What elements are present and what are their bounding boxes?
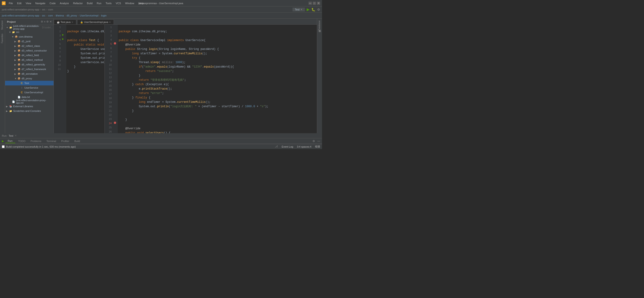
status-bar: Build completed successfully in 1 sec, 6… — [0, 144, 322, 149]
breadcrumb-userserviceimpl[interactable]: UserServiceImpl — [80, 14, 98, 17]
breadcrumb-itheima[interactable]: itheima — [56, 14, 64, 17]
right-editor-content[interactable]: package com.itheima.d9_proxy; public cla… — [118, 25, 317, 133]
tree-item-iml[interactable]: 📄 junit-reflect-annotation-proxy-app.iml — [5, 99, 54, 104]
favorites-panel-label[interactable]: Favorites — [0, 32, 5, 45]
menu-edit[interactable]: Edit — [15, 2, 24, 5]
tree-item-d3[interactable]: ▶ 📦 d3_reflect_constructor — [5, 48, 54, 53]
tree-item-d8[interactable]: ▶ 📦 d8_annotation — [5, 72, 54, 76]
menu-navigate[interactable]: Navigate — [34, 2, 47, 5]
tab-userserviceimpl[interactable]: 🔒 UserServiceImpl.java ✕ — [77, 20, 114, 24]
tree-item-d6[interactable]: ▶ 📦 d6_reflect_genericity — [5, 62, 54, 67]
left-editor-content[interactable]: package com.itheima.d9_proxy; public cla… — [66, 25, 104, 133]
tree-item-d1junit[interactable]: ▶ 📦 d1_junit — [5, 39, 54, 44]
tree-label: junit-reflect-annotation-proxy-app — [13, 25, 41, 30]
tab-problems[interactable]: Problems — [28, 139, 44, 143]
menu-window[interactable]: Window — [123, 2, 136, 5]
tree-item-extlibs[interactable]: ▶ 📚 External Libraries — [5, 104, 54, 109]
menu-build[interactable]: Build — [85, 2, 94, 5]
tab-terminal[interactable]: Terminal — [44, 139, 58, 143]
tree-label: External Libraries — [13, 105, 33, 108]
sidebar-collapse-icon[interactable]: ≡ — [44, 20, 46, 23]
tree-item-userserviceimpl[interactable]: C UserServiceImpl — [5, 90, 54, 95]
tree-label: d2_reflect_class — [22, 45, 40, 47]
tab-profiler[interactable]: Profiler — [59, 139, 72, 143]
tree-item-userservice[interactable]: I UserService — [5, 85, 54, 90]
tree-item-d7[interactable]: ▶ 📦 d7_reflect_framework — [5, 67, 54, 72]
tree-item-d5[interactable]: ▶ 📦 d5_reflect_method — [5, 58, 54, 62]
bottom-tabs: ▶ Run: TODO Problems Terminal Profiler B… — [0, 138, 322, 144]
breadcrumb-login[interactable]: login — [101, 14, 106, 17]
com-indicator: com — [48, 8, 53, 11]
tree-arrow: ▶ — [6, 105, 9, 108]
sidebar-gear-icon[interactable]: ⚙ — [46, 20, 49, 23]
tree-arrow: ▶ — [14, 50, 17, 52]
tree-label: d1_junit — [22, 40, 30, 43]
database-panel-label[interactable]: Database — [317, 19, 322, 32]
run-button[interactable]: ▶ — [307, 7, 310, 12]
link-label[interactable]: 链接 — [317, 32, 322, 36]
tree-item-com-itheima[interactable]: ▼ 📦 com.itheima — [5, 34, 54, 39]
auto-build-checkbox[interactable] — [2, 145, 5, 148]
tree-label: Test — [24, 82, 29, 85]
menu-refactor[interactable]: Refactor — [71, 2, 84, 5]
tree-item-d9[interactable]: ▼ 📦 d9_proxy — [5, 76, 54, 81]
tree-label: d9_proxy — [22, 77, 32, 80]
debug-button[interactable]: 🐛 — [311, 8, 315, 11]
event-log-label[interactable]: Event Log — [282, 145, 293, 148]
tab-todo[interactable]: TODO — [16, 139, 28, 143]
sidebar-title: Project — [7, 21, 16, 23]
tree-item-test[interactable]: C Test — [5, 81, 54, 85]
build-button[interactable]: ⚙ — [317, 8, 320, 11]
run-arrow: ▶ — [62, 34, 64, 36]
breadcrumb-app[interactable]: junit-reflect-annotation-proxy-app — [2, 14, 39, 17]
menu-run[interactable]: Run — [95, 2, 103, 5]
breakpoint2[interactable] — [114, 122, 116, 124]
run-bar: Run: Test ✕ — [0, 133, 322, 138]
left-editor-pane: 1 2 3 4 5 6 7 8 9 10 11 ▶ ▶ — [54, 25, 105, 133]
run-config-name: Test — [8, 134, 13, 137]
tree-item-root[interactable]: ▼ 📁 junit-reflect-annotation-proxy-app D… — [5, 25, 54, 30]
git-icon: ⎇ — [275, 145, 278, 148]
tree-arrow: ▶ — [14, 73, 17, 75]
encoding-label: 链接 — [315, 145, 320, 148]
line-num: 11 — [54, 67, 61, 71]
java-class-icon: C — [20, 81, 24, 85]
breadcrumb-src[interactable]: src — [42, 14, 46, 17]
menu-tools[interactable]: Tools — [104, 2, 113, 5]
minimize-button[interactable]: — — [308, 2, 312, 5]
menu-view[interactable]: View — [24, 2, 33, 5]
package-icon: 📦 — [17, 53, 21, 57]
tree-item-d2[interactable]: ▶ 📦 d2_reflect_class — [5, 44, 54, 48]
tree-item-datatxt[interactable]: 📄 data.txt — [5, 95, 54, 99]
sidebar-actions: ⚙ ≡ ⚙ ✕ — [41, 20, 52, 23]
menu-code[interactable]: Code — [48, 2, 58, 5]
tree-item-scratches[interactable]: ▶ 📁 Scratches and Consoles — [5, 109, 54, 113]
structure-panel-label[interactable]: Structure — [0, 19, 5, 32]
sidebar-sync-icon[interactable]: ⚙ — [41, 20, 43, 23]
minimize-panel-icon[interactable]: — — [317, 139, 320, 143]
run-close-icon[interactable]: ✕ — [14, 134, 17, 137]
package-icon: 📦 — [17, 44, 21, 48]
close-button[interactable]: ✕ — [317, 2, 320, 5]
tab-close-icon[interactable]: ✕ — [72, 21, 73, 24]
run-config-selector[interactable]: Test ▼ — [292, 8, 305, 11]
right-line-numbers: 1 2 3 4 5 6 7 8 9 10 11 12 13 14 15 16 1 — [105, 25, 113, 133]
breadcrumb-com[interactable]: com — [48, 14, 53, 17]
title-bar: IJ File Edit View Navigate Code Analyze … — [0, 0, 322, 7]
tree-item-d4[interactable]: ▶ 📦 d4_reflect_field — [5, 53, 54, 58]
tab-testjava[interactable]: ☕ Test.java ✕ — [54, 20, 76, 24]
tab-close-icon2[interactable]: ✕ — [109, 21, 111, 24]
sidebar-close-icon[interactable]: ✕ — [50, 20, 52, 23]
breakpoint[interactable] — [114, 42, 116, 45]
tab-run[interactable]: Run: — [5, 139, 15, 143]
folder-icon: 📁 — [9, 26, 12, 29]
menu-file[interactable]: File — [7, 2, 15, 5]
breadcrumb-d9proxy[interactable]: d9_proxy — [66, 14, 77, 17]
menu-analyze[interactable]: Analyze — [58, 2, 71, 5]
maximize-button[interactable]: □ — [313, 2, 316, 5]
tab-build[interactable]: Build — [72, 139, 82, 143]
tree-item-src[interactable]: ▼ 📁 src — [5, 30, 54, 34]
package-icon: 📦 — [17, 67, 21, 71]
menu-vcs[interactable]: VCS — [114, 2, 123, 5]
settings-icon[interactable]: ⚙ — [312, 139, 315, 143]
